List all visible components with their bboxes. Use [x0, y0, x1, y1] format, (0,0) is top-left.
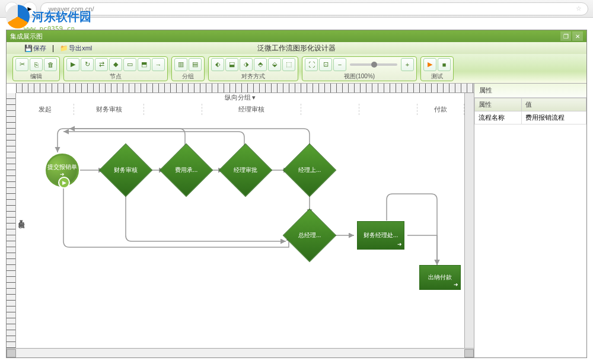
app-title: 泛微工作流图形化设计器 [257, 43, 336, 53]
copy-button[interactable]: ⎘ [30, 58, 43, 71]
align-top-button[interactable]: ⬘ [254, 58, 267, 71]
output-icon: ➜ [397, 241, 402, 247]
toolbar: 💾 保存 | 📁 导出xml 泛微工作流图形化设计器 [7, 42, 586, 54]
ribbon-group-edit: ✂ ⎘ 🗑 编辑 [12, 56, 60, 81]
close-button[interactable]: ✕ [572, 31, 583, 41]
output-icon: ➜ [454, 282, 458, 288]
align-right-button[interactable]: ⬗ [240, 58, 253, 71]
ribbon-group-node: ▶ ↻ ⇄ ◆ ▭ ⬒ → 节点 [63, 56, 168, 81]
col-header[interactable]: 财务审核 [74, 104, 144, 115]
task-node-finance-mgr[interactable]: 财务经理处...➜ [357, 221, 404, 250]
node-add3-button[interactable]: ⬒ [138, 58, 151, 71]
decision-node-manager[interactable]: 经理审批 [219, 143, 273, 197]
app-window: 集成展示图 ❐ ✕ 💾 保存 | 📁 导出xml 泛微工作流图形化设计器 ✂ ⎘… [6, 30, 587, 358]
watermark: 河东软件园 [6, 5, 91, 28]
decision-node-cost[interactable]: 费用承... [160, 143, 213, 197]
ruler-vertical [7, 93, 16, 348]
node-refresh-button[interactable]: ↻ [81, 58, 94, 71]
properties-panel: 属性 属性 值 流程名称 费用报销流程 [474, 84, 586, 357]
save-icon: 💾 [24, 44, 31, 52]
scroll-left-button[interactable] [7, 349, 16, 357]
col-header[interactable]: 付款 [417, 104, 464, 115]
decision-node-finance[interactable]: 财务审核 [99, 143, 153, 197]
export-xml-button[interactable]: 📁 导出xml [60, 44, 92, 53]
zoom-in-button[interactable]: + [401, 58, 414, 71]
delete-button[interactable]: 🗑 [44, 58, 57, 71]
align-middle-button[interactable]: ⬙ [268, 58, 281, 71]
col-header[interactable] [301, 104, 359, 115]
align-left-button[interactable]: ⬖ [211, 58, 224, 71]
props-col-value: 值 [521, 98, 586, 111]
watermark-logo-icon [6, 5, 30, 28]
url-input[interactable]: .weaver.com.cn/ ☆ [40, 2, 588, 15]
group-h-button[interactable]: ▥ [174, 58, 187, 71]
view-fit-button[interactable]: ⛶ [305, 58, 318, 71]
scrollbar-horizontal[interactable] [7, 348, 474, 357]
ruler-horizontal [16, 84, 474, 93]
play-icon: ▶ [58, 177, 70, 189]
group-v-button[interactable]: ▤ [189, 58, 202, 71]
col-header[interactable] [144, 104, 202, 115]
cut-button[interactable]: ✂ [15, 58, 28, 71]
prop-name-cell: 流程名称 [475, 111, 522, 124]
task-node-payment[interactable]: 出纳付款➜ [419, 265, 461, 290]
ribbon-group-group: ▥ ▤ 分组 [171, 56, 205, 81]
properties-table: 属性 值 流程名称 费用报销流程 [474, 98, 586, 124]
props-col-name: 属性 [475, 98, 522, 111]
node-swap-button[interactable]: ⇄ [95, 58, 108, 71]
align-bottom-button[interactable]: ⬚ [282, 58, 295, 71]
node-link-button[interactable]: → [152, 58, 165, 71]
col-header[interactable]: 发起 [16, 104, 74, 115]
node-add2-button[interactable]: ▭ [123, 58, 136, 71]
ribbon: ✂ ⎘ 🗑 编辑 ▶ ↻ ⇄ ◆ ▭ ⬒ → 节点 ▥ ▤ 分组 [7, 54, 586, 84]
align-center-button[interactable]: ⬓ [225, 58, 238, 71]
decision-node-upper[interactable]: 经理上... [283, 143, 337, 197]
window-title: 集成展示图 [10, 32, 43, 41]
horizontal-group-label[interactable]: 横向分组▾ [17, 216, 26, 225]
view-actual-button[interactable]: ⊡ [319, 58, 332, 71]
test-stop-button[interactable]: ■ [438, 58, 451, 71]
scroll-right-button[interactable] [464, 349, 474, 357]
zoom-out-button[interactable]: − [333, 58, 346, 71]
folder-icon: 📁 [60, 44, 67, 52]
main-area: 纵向分组▾ 发起 财务审核 经理审核 付款 横向分组▾ [7, 84, 586, 357]
node-add1-button[interactable]: ◆ [109, 58, 122, 71]
chevron-down-icon: ▾ [18, 218, 25, 225]
ribbon-group-view: ⛶ ⊡ − + 视图(100%) [302, 56, 417, 81]
start-node[interactable]: 提交报销单 ➜ ▶ [46, 154, 79, 187]
window-title-bar: 集成展示图 ❐ ✕ [7, 30, 586, 42]
chevron-down-icon: ▾ [252, 94, 256, 101]
decision-node-gm[interactable]: 总经理... [283, 209, 337, 263]
zoom-slider[interactable] [350, 63, 397, 66]
favorite-icon[interactable]: ☆ [576, 5, 582, 12]
col-header[interactable] [359, 104, 417, 115]
vertical-group-label[interactable]: 纵向分组▾ [225, 93, 256, 102]
flow-connectors [16, 93, 464, 342]
restore-button[interactable]: ❐ [560, 31, 571, 41]
node-play-button[interactable]: ▶ [66, 58, 79, 71]
prop-value-cell[interactable]: 费用报销流程 [521, 111, 586, 124]
flow-canvas[interactable]: 纵向分组▾ 发起 财务审核 经理审核 付款 横向分组▾ [16, 93, 464, 348]
properties-title: 属性 [474, 84, 586, 98]
test-run-button[interactable]: ▶ [423, 58, 436, 71]
ribbon-group-test: ▶ ■ 测试 [420, 56, 454, 81]
column-headers: 发起 财务审核 经理审核 付款 [16, 104, 464, 115]
col-header[interactable]: 经理审核 [202, 104, 301, 115]
scrollbar-vertical[interactable] [464, 93, 474, 348]
ribbon-group-align: ⬖ ⬓ ⬗ ⬘ ⬙ ⬚ 对齐方式 [208, 56, 298, 81]
save-button[interactable]: 💾 保存 [24, 44, 46, 53]
canvas-wrap: 纵向分组▾ 发起 财务审核 经理审核 付款 横向分组▾ [7, 84, 474, 357]
watermark-title: 河东软件园 [32, 9, 91, 25]
